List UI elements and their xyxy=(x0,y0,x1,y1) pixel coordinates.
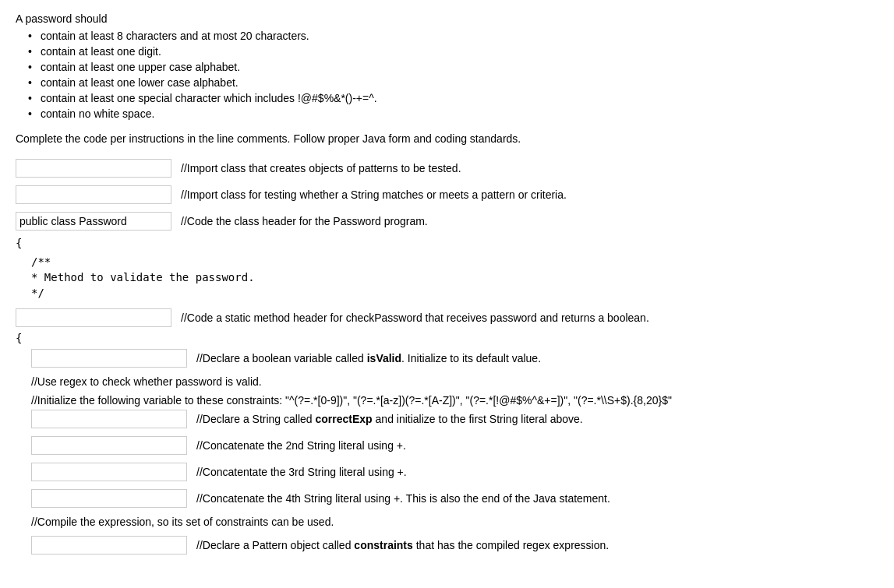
declare-boolean-input[interactable] xyxy=(31,349,187,368)
bullet-item-4: contain at least one lower case alphabet… xyxy=(28,76,878,89)
bullet-item-1: contain at least 8 characters and at mos… xyxy=(28,30,878,42)
import2-input[interactable] xyxy=(16,185,171,204)
declare-pattern-input[interactable] xyxy=(31,536,187,555)
bullet-item-6: contain no white space. xyxy=(28,107,878,120)
classheader-input[interactable] xyxy=(16,212,171,231)
correct-exp-bold: correctExp xyxy=(316,413,373,425)
bullet-item-3: contain at least one upper case alphabet… xyxy=(28,61,878,73)
static-method-input[interactable] xyxy=(16,308,171,327)
javadoc-end: */ xyxy=(31,287,878,299)
import1-comment: //Import class that creates objects of p… xyxy=(181,162,461,174)
instructions-text: Complete the code per instructions in th… xyxy=(16,132,878,145)
declare-correct-exp-row: //Declare a String called correctExp and… xyxy=(31,408,878,430)
use-regex-comment2: //Initialize the following variable to t… xyxy=(31,394,878,407)
import2-row: //Import class for testing whether a Str… xyxy=(16,184,878,206)
javadoc-block: /** * Method to validate the password. *… xyxy=(31,255,878,299)
brace-open2: { xyxy=(16,332,878,344)
static-method-row: //Code a static method header for checkP… xyxy=(16,307,878,329)
concat3-input[interactable] xyxy=(31,463,187,481)
bullet-item-2: contain at least one digit. xyxy=(28,45,878,58)
declare-pattern-comment: //Declare a Pattern object called constr… xyxy=(196,539,609,551)
javadoc-start: /** xyxy=(31,255,878,268)
classheader-comment: //Code the class header for the Password… xyxy=(181,215,428,227)
constraints-bold: constraints xyxy=(354,539,412,551)
static-method-comment: //Code a static method header for checkP… xyxy=(181,312,649,324)
bullet-item-5: contain at least one special character w… xyxy=(28,92,878,104)
declare-correct-exp-comment: //Declare a String called correctExp and… xyxy=(196,413,583,425)
concat4-input[interactable] xyxy=(31,489,187,508)
concat3-row: //Concatentate the 3rd String literal us… xyxy=(31,461,878,483)
brace-open: { xyxy=(16,237,878,249)
declare-pattern-row: //Declare a Pattern object called constr… xyxy=(31,534,878,556)
declare-correct-exp-input[interactable] xyxy=(31,410,187,428)
is-valid-bold: isValid xyxy=(367,352,401,364)
declare-boolean-row: //Declare a boolean variable called isVa… xyxy=(31,347,878,369)
concat2-input[interactable] xyxy=(31,436,187,455)
compile-comment: //Compile the expression, so its set of … xyxy=(31,516,878,528)
use-regex-comment1: //Use regex to check whether password is… xyxy=(31,375,878,388)
bullet-list: contain at least 8 characters and at mos… xyxy=(28,30,878,120)
import1-row: //Import class that creates objects of p… xyxy=(16,157,878,179)
concat3-comment: //Concatentate the 3rd String literal us… xyxy=(196,466,407,478)
concat4-comment: //Concatenate the 4th String literal usi… xyxy=(196,492,610,505)
import2-comment: //Import class for testing whether a Str… xyxy=(181,188,567,201)
concat4-row: //Concatenate the 4th String literal usi… xyxy=(31,488,878,509)
code-area: //Import class that creates objects of p… xyxy=(16,157,878,556)
intro-heading: A password should xyxy=(16,12,878,25)
import1-input[interactable] xyxy=(16,159,171,178)
concat2-comment: //Concatenate the 2nd String literal usi… xyxy=(196,439,406,452)
declare-boolean-comment: //Declare a boolean variable called isVa… xyxy=(196,352,541,364)
concat2-row: //Concatenate the 2nd String literal usi… xyxy=(31,435,878,456)
javadoc-method: * Method to validate the password. xyxy=(31,271,878,283)
classheader-row: //Code the class header for the Password… xyxy=(16,210,878,232)
